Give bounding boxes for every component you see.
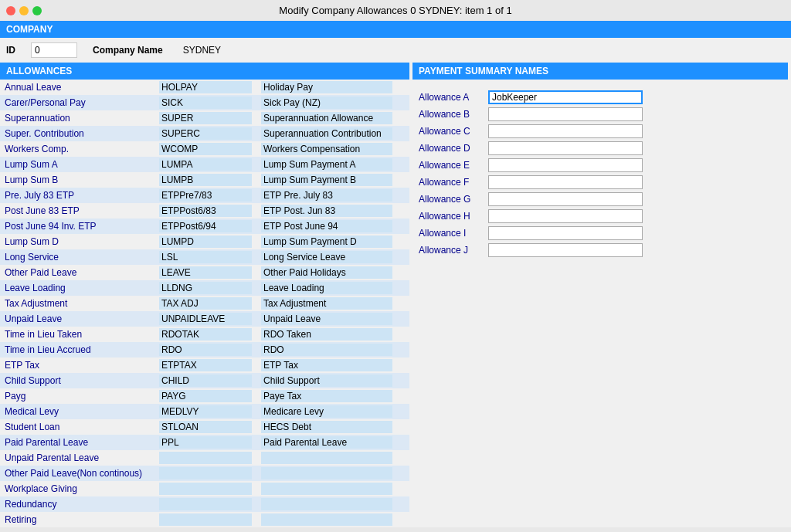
allowance-code[interactable] <box>154 265 256 280</box>
table-row: Post June 83 ETP <box>0 203 409 219</box>
allowance-name: Payg <box>0 388 154 404</box>
table-row: Other Paid Leave <box>0 265 409 280</box>
payment-summary-input[interactable] <box>488 158 643 172</box>
table-row: Paid Parental Leave <box>0 435 409 450</box>
allowance-code[interactable] <box>154 357 256 373</box>
allowance-desc[interactable] <box>256 404 409 419</box>
allowance-desc[interactable] <box>256 388 409 404</box>
payment-summary-input[interactable] <box>488 141 643 155</box>
allowance-code[interactable] <box>154 512 256 527</box>
allowance-code[interactable] <box>154 466 256 481</box>
allowance-code[interactable] <box>154 496 256 512</box>
allowance-desc[interactable] <box>256 172 409 188</box>
allowance-name: Child Support <box>0 373 154 388</box>
allowance-name: ETP Tax <box>0 357 154 373</box>
allowance-code[interactable] <box>154 188 256 203</box>
allowance-name: Paid Parental Leave <box>0 435 154 450</box>
allowance-code[interactable] <box>154 296 256 311</box>
payment-summary-input[interactable] <box>488 107 643 121</box>
payment-summary-label: Allowance E <box>419 160 488 171</box>
payment-summary-label: Allowance H <box>419 211 488 222</box>
allowance-desc[interactable] <box>256 496 409 512</box>
minimize-button[interactable] <box>19 6 29 15</box>
allowance-code[interactable] <box>154 450 256 466</box>
payment-summary-input[interactable] <box>488 192 643 206</box>
allowance-desc[interactable] <box>256 373 409 388</box>
allowance-code[interactable] <box>154 157 256 172</box>
allowance-desc[interactable] <box>256 419 409 435</box>
allowance-desc[interactable] <box>256 234 409 249</box>
allowance-code[interactable] <box>154 404 256 419</box>
allowance-code[interactable] <box>154 373 256 388</box>
allowance-desc[interactable] <box>256 280 409 296</box>
allowance-desc[interactable] <box>256 141 409 157</box>
allowance-code[interactable] <box>154 342 256 357</box>
allowance-desc[interactable] <box>256 450 409 466</box>
allowance-desc[interactable] <box>256 80 409 95</box>
allowance-desc[interactable] <box>256 219 409 234</box>
maximize-button[interactable] <box>32 6 42 15</box>
id-input[interactable] <box>31 42 77 58</box>
allowance-desc[interactable] <box>256 466 409 481</box>
allowance-code[interactable] <box>154 481 256 496</box>
allowance-code[interactable] <box>154 141 256 157</box>
table-row: Medical Levy <box>0 404 409 419</box>
allowance-desc[interactable] <box>256 481 409 496</box>
allowance-desc[interactable] <box>256 342 409 357</box>
allowance-code[interactable] <box>154 219 256 234</box>
allowance-code[interactable] <box>154 419 256 435</box>
allowance-desc[interactable] <box>256 265 409 280</box>
table-row: Time in Lieu Taken <box>0 327 409 342</box>
payment-summary-input[interactable] <box>488 243 643 257</box>
allowance-desc[interactable] <box>256 157 409 172</box>
allowance-code[interactable] <box>154 311 256 327</box>
payment-summary-row: Allowance G <box>419 192 782 206</box>
allowance-code[interactable] <box>154 327 256 342</box>
payment-summary-label: Allowance J <box>419 245 488 256</box>
allowance-desc[interactable] <box>256 311 409 327</box>
allowance-desc[interactable] <box>256 435 409 450</box>
allowance-name: Unpaid Leave <box>0 311 154 327</box>
table-row: Carer/Personal Pay <box>0 95 409 110</box>
allowance-code[interactable] <box>154 280 256 296</box>
allowance-code[interactable] <box>154 203 256 219</box>
allowance-code[interactable] <box>154 110 256 126</box>
allowance-desc[interactable] <box>256 357 409 373</box>
payment-summary-input[interactable] <box>488 226 643 240</box>
table-row: Superannuation <box>0 110 409 126</box>
allowance-desc[interactable] <box>256 110 409 126</box>
allowance-desc[interactable] <box>256 95 409 110</box>
allowance-code[interactable] <box>154 95 256 110</box>
payment-summary-input[interactable] <box>488 175 643 189</box>
allowance-desc[interactable] <box>256 512 409 527</box>
allowance-desc[interactable] <box>256 126 409 141</box>
allowance-desc[interactable] <box>256 296 409 311</box>
payment-summary-input[interactable] <box>488 209 643 223</box>
allowance-code[interactable] <box>154 172 256 188</box>
table-row: Lump Sum B <box>0 172 409 188</box>
allowance-desc[interactable] <box>256 327 409 342</box>
allowance-desc[interactable] <box>256 203 409 219</box>
allowance-code[interactable] <box>154 234 256 249</box>
allowance-desc[interactable] <box>256 249 409 265</box>
payment-summary-label: Allowance G <box>419 194 488 205</box>
allowance-name: Leave Loading <box>0 280 154 296</box>
allowance-code[interactable] <box>154 435 256 450</box>
table-row: Leave Loading <box>0 280 409 296</box>
payment-summary-input[interactable] <box>488 124 643 138</box>
allowance-code[interactable] <box>154 126 256 141</box>
allowance-code[interactable] <box>154 80 256 95</box>
payment-summary-input[interactable] <box>488 90 643 104</box>
allowance-name: Lump Sum A <box>0 157 154 172</box>
allowance-name: Lump Sum B <box>0 172 154 188</box>
title-bar: Modify Company Allowances 0 SYDNEY: item… <box>0 0 791 21</box>
company-id-row: ID Company Name SYDNEY <box>0 38 791 63</box>
allowance-code[interactable] <box>154 388 256 404</box>
traffic-lights <box>6 6 42 15</box>
table-row: Pre. July 83 ETP <box>0 188 409 203</box>
allowance-code[interactable] <box>154 249 256 265</box>
table-row: Annual Leave <box>0 80 409 95</box>
allowance-desc[interactable] <box>256 188 409 203</box>
payment-summary-label: Allowance A <box>419 92 488 103</box>
close-button[interactable] <box>6 6 15 15</box>
